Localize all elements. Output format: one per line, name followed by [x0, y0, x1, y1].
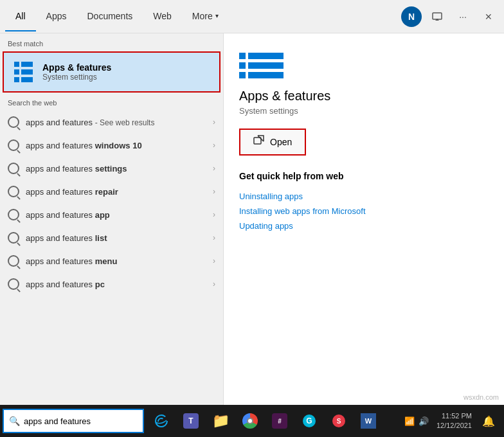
clock-time: 11:52 PM — [437, 411, 472, 421]
chevron-right-icon: › — [213, 187, 215, 196]
notification-button[interactable]: 🔔 — [478, 405, 499, 437]
system-clock[interactable]: 11:52 PM 12/12/2021 — [431, 411, 477, 431]
result-text: apps and features settings — [26, 164, 206, 174]
slack-icon: # — [272, 413, 287, 429]
more-options-button[interactable]: ··· — [453, 6, 473, 27]
window-controls: N ··· ✕ — [401, 6, 499, 27]
search-icon — [8, 255, 19, 267]
chevron-right-icon: › — [213, 164, 215, 173]
taskbar-search-input[interactable] — [24, 416, 138, 426]
teams-icon: T — [183, 413, 199, 429]
taskbar-slack[interactable]: # — [265, 405, 294, 437]
open-icon — [253, 135, 265, 149]
result-text: apps and features app — [26, 210, 206, 220]
search-icon — [8, 163, 19, 174]
search-icon — [8, 278, 19, 290]
svg-text:S: S — [337, 418, 341, 425]
search-web-label: Search the web — [0, 93, 223, 111]
help-link-install[interactable]: Installing web apps from Microsoft — [239, 204, 489, 219]
list-item[interactable]: apps and features pc › — [0, 272, 223, 296]
folder-icon: 📁 — [212, 413, 230, 429]
result-text: apps and features - See web results — [26, 118, 206, 127]
list-item[interactable]: apps and features list › — [0, 226, 223, 249]
feedback-button[interactable] — [427, 6, 447, 27]
search-icon — [8, 116, 19, 128]
tab-more[interactable]: More ▾ — [182, 2, 229, 31]
taskbar-search-bar[interactable]: 🔍 — [3, 409, 144, 433]
list-item[interactable]: apps and features windows 10 › — [0, 134, 223, 157]
list-item[interactable]: apps and features menu › — [0, 249, 223, 272]
search-window: All Apps Documents Web More ▾ N ··· ✕ Be… — [0, 0, 504, 405]
tab-apps[interactable]: Apps — [36, 2, 77, 31]
result-text: apps and features pc — [26, 280, 206, 289]
chrome-icon — [242, 413, 258, 429]
open-button[interactable]: Open — [239, 129, 306, 156]
help-link-uninstall[interactable]: Uninstalling apps — [239, 189, 489, 204]
app-detail-icon — [239, 53, 489, 78]
tab-all[interactable]: All — [5, 2, 36, 31]
taskbar: 🔍 T 📁 # G S W — [0, 405, 504, 437]
best-match-text: Apps & features System settings — [42, 62, 111, 82]
result-text: apps and features list — [26, 233, 206, 243]
list-item[interactable]: apps and features app › — [0, 203, 223, 226]
taskbar-chrome[interactable] — [235, 405, 265, 437]
taskbar-app7[interactable]: S — [324, 405, 354, 437]
clock-date: 12/12/2021 — [437, 421, 472, 431]
search-icon — [8, 209, 19, 220]
taskbar-edge[interactable] — [147, 405, 176, 437]
result-text: apps and features windows 10 — [26, 141, 206, 150]
search-icon — [8, 139, 19, 151]
best-match-label: Best match — [0, 33, 223, 51]
help-link-update[interactable]: Updating apps — [239, 219, 489, 233]
best-match-item[interactable]: Apps & features System settings — [3, 51, 221, 93]
list-item[interactable]: apps and features - See web results › — [0, 111, 223, 134]
tray-network-icon[interactable]: 📶 — [403, 415, 416, 427]
chevron-right-icon: › — [213, 118, 215, 127]
open-label: Open — [270, 137, 292, 147]
word-icon: W — [361, 413, 376, 429]
taskbar-teams[interactable]: T — [176, 405, 206, 437]
taskbar-app6[interactable]: G — [294, 405, 324, 437]
result-text: apps and features menu — [26, 256, 206, 266]
tab-web[interactable]: Web — [143, 2, 182, 31]
chevron-right-icon: › — [213, 210, 215, 219]
right-panel: Apps & features System settings Open Get… — [224, 33, 504, 405]
chevron-down-icon: ▾ — [215, 12, 219, 19]
best-match-subtitle: System settings — [42, 73, 111, 82]
user-avatar[interactable]: N — [401, 6, 422, 27]
svg-rect-1 — [254, 138, 261, 144]
list-item[interactable]: apps and features settings › — [0, 157, 223, 180]
app-detail-subtitle: System settings — [239, 106, 489, 116]
search-icon — [8, 186, 19, 197]
taskbar-search-icon: 🔍 — [9, 416, 20, 426]
quick-help-title: Get quick help from web — [239, 171, 489, 181]
chevron-right-icon: › — [213, 141, 215, 150]
taskbar-explorer[interactable]: 📁 — [206, 405, 235, 437]
tab-bar: All Apps Documents Web More ▾ N ··· ✕ — [0, 0, 504, 33]
left-panel: Best match — [0, 33, 224, 405]
close-button[interactable]: ✕ — [478, 6, 499, 27]
chevron-right-icon: › — [213, 233, 215, 242]
apps-features-icon — [12, 60, 35, 84]
taskbar-right: 📶 🔊 11:52 PM 12/12/2021 🔔 — [403, 405, 504, 437]
svg-rect-0 — [433, 13, 442, 19]
taskbar-word[interactable]: W — [354, 405, 383, 437]
list-item[interactable]: apps and features repair › — [0, 180, 223, 203]
chevron-right-icon: › — [213, 280, 215, 289]
main-content: Best match — [0, 33, 504, 405]
best-match-title: Apps & features — [42, 62, 111, 73]
app-detail-title: Apps & features — [239, 89, 489, 103]
tab-more-label: More — [192, 11, 213, 21]
chevron-right-icon: › — [213, 256, 215, 265]
result-text: apps and features repair — [26, 187, 206, 197]
search-icon — [8, 232, 19, 244]
svg-text:G: G — [306, 416, 312, 425]
tray-volume-icon[interactable]: 🔊 — [417, 415, 430, 427]
tab-documents[interactable]: Documents — [76, 2, 143, 31]
